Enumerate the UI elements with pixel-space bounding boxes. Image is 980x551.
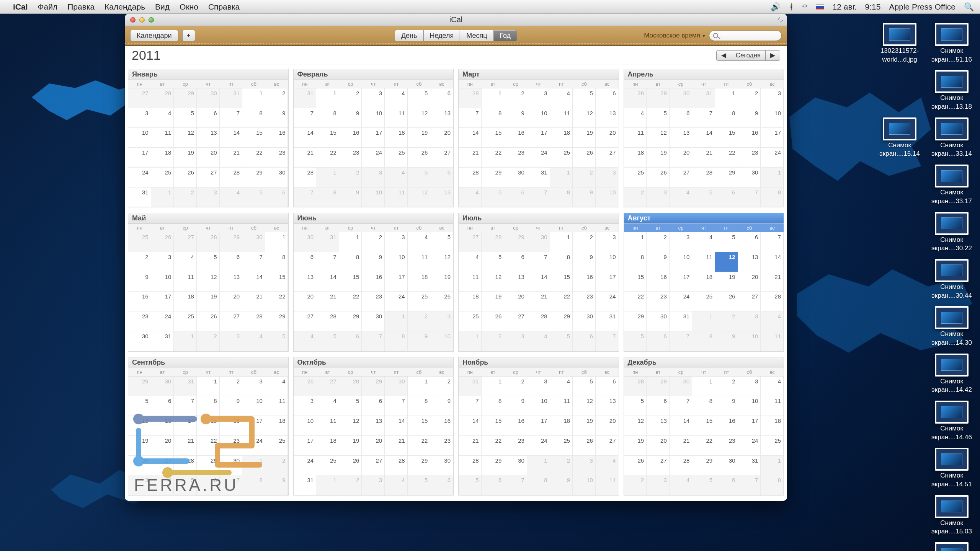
day-cell[interactable]: 25	[174, 311, 197, 331]
day-cell[interactable]: 1	[692, 377, 715, 396]
day-cell[interactable]: 20	[197, 148, 220, 168]
view-month[interactable]: Месяц	[460, 30, 493, 41]
day-cell[interactable]: 31	[294, 88, 317, 108]
day-cell[interactable]: 25	[128, 232, 151, 252]
day-cell[interactable]: 7	[220, 475, 243, 495]
day-cell[interactable]: 6	[738, 232, 761, 252]
day-cell[interactable]: 2	[339, 475, 362, 495]
day-cell[interactable]: 4	[174, 252, 197, 272]
day-cell[interactable]: 24	[294, 456, 317, 476]
day-cell[interactable]: 20	[596, 416, 619, 436]
day-cell[interactable]: 18	[316, 436, 339, 456]
day-cell[interactable]: 3	[670, 232, 693, 252]
day-cell[interactable]: 24	[596, 292, 619, 311]
day-cell[interactable]: 29	[174, 88, 197, 108]
year-grid[interactable]: Январьпнвтсрчтптсбвс27282930311234567891…	[125, 65, 787, 501]
day-cell[interactable]: 2	[362, 232, 385, 252]
day-cell[interactable]: 13	[670, 128, 693, 148]
day-cell[interactable]: 16	[220, 416, 243, 436]
calendars-button[interactable]: Календари	[130, 30, 178, 41]
day-cell[interactable]: 26	[647, 168, 670, 187]
day-cell[interactable]: 21	[527, 292, 550, 311]
day-cell[interactable]: 5	[573, 88, 596, 108]
day-cell[interactable]: 1	[174, 331, 197, 351]
day-cell[interactable]: 5	[408, 168, 431, 187]
month-Август[interactable]: Августпнвтсрчтптсбвс12345678910111213141…	[624, 213, 784, 351]
day-cell[interactable]: 24	[128, 168, 151, 187]
day-cell[interactable]: 16	[265, 128, 288, 148]
day-cell[interactable]: 28	[761, 292, 784, 311]
day-cell[interactable]: 4	[596, 456, 619, 476]
day-cell[interactable]: 1	[151, 187, 174, 207]
day-cell[interactable]: 19	[197, 292, 220, 311]
day-cell[interactable]: 15	[624, 272, 647, 292]
day-cell[interactable]: 9	[362, 252, 385, 272]
menubar-time[interactable]: 9:15	[865, 2, 881, 11]
day-cell[interactable]: 29	[550, 311, 573, 331]
day-cell[interactable]: 4	[527, 331, 550, 351]
day-cell[interactable]: 6	[197, 475, 220, 495]
day-cell[interactable]: 30	[362, 311, 385, 331]
day-cell[interactable]: 6	[339, 331, 362, 351]
day-cell[interactable]: 12	[624, 416, 647, 436]
day-cell[interactable]: 23	[128, 311, 151, 331]
day-cell[interactable]: 3	[294, 396, 317, 416]
month-Май[interactable]: Майпнвтсрчтптсбвс25262728293012345678910…	[128, 213, 289, 351]
day-cell[interactable]: 6	[573, 331, 596, 351]
day-cell[interactable]: 21	[692, 148, 715, 168]
day-cell[interactable]: 13	[197, 128, 220, 148]
day-cell[interactable]: 28	[624, 377, 647, 396]
day-cell[interactable]: 18	[459, 292, 482, 311]
day-cell[interactable]: 17	[527, 416, 550, 436]
day-cell[interactable]: 6	[294, 252, 317, 272]
day-cell[interactable]: 20	[647, 436, 670, 456]
day-cell[interactable]: 29	[647, 377, 670, 396]
day-cell[interactable]: 16	[647, 272, 670, 292]
day-cell[interactable]: 9	[339, 108, 362, 128]
day-cell[interactable]: 24	[527, 148, 550, 168]
day-cell[interactable]: 22	[197, 436, 220, 456]
day-cell[interactable]: 12	[573, 108, 596, 128]
day-cell[interactable]: 18	[550, 128, 573, 148]
day-cell[interactable]: 6	[362, 396, 385, 416]
day-cell[interactable]: 7	[242, 252, 265, 272]
day-cell[interactable]: 16	[339, 128, 362, 148]
day-cell[interactable]: 17	[596, 272, 619, 292]
day-cell[interactable]: 23	[265, 148, 288, 168]
day-cell[interactable]: 9	[573, 252, 596, 272]
day-cell[interactable]: 12	[482, 272, 505, 292]
month-Ноябрь[interactable]: Ноябрьпнвтсрчтптсбвс31123456789101112131…	[458, 357, 619, 496]
day-cell[interactable]: 1	[339, 232, 362, 252]
day-cell[interactable]: 21	[459, 148, 482, 168]
day-cell[interactable]: 29	[504, 232, 527, 252]
day-cell[interactable]: 7	[385, 396, 408, 416]
day-cell[interactable]: 1	[242, 456, 265, 476]
day-cell[interactable]: 27	[197, 168, 220, 187]
day-cell[interactable]: 9	[220, 396, 243, 416]
menubar-app[interactable]: iCal	[13, 2, 28, 11]
day-cell[interactable]: 13	[430, 108, 453, 128]
day-cell[interactable]: 18	[385, 128, 408, 148]
day-cell[interactable]: 14	[527, 272, 550, 292]
view-day[interactable]: День	[395, 30, 423, 41]
day-cell[interactable]: 15	[482, 416, 505, 436]
day-cell[interactable]: 23	[738, 148, 761, 168]
day-cell[interactable]: 21	[385, 436, 408, 456]
day-cell[interactable]: 31	[220, 88, 243, 108]
day-cell[interactable]: 30	[504, 168, 527, 187]
day-cell[interactable]: 17	[385, 272, 408, 292]
day-cell[interactable]: 4	[550, 88, 573, 108]
day-cell[interactable]: 9	[408, 331, 431, 351]
day-cell[interactable]: 13	[362, 416, 385, 436]
day-cell[interactable]: 29	[242, 168, 265, 187]
day-cell[interactable]: 29	[482, 168, 505, 187]
day-cell[interactable]: 29	[482, 456, 505, 476]
day-cell[interactable]: 25	[692, 292, 715, 311]
day-cell[interactable]: 6	[504, 187, 527, 207]
day-cell[interactable]: 1	[316, 88, 339, 108]
day-cell[interactable]: 11	[692, 252, 715, 272]
day-cell[interactable]: 28	[151, 88, 174, 108]
day-cell[interactable]: 25	[761, 436, 784, 456]
day-cell[interactable]: 5	[408, 88, 431, 108]
day-cell[interactable]: 7	[504, 475, 527, 495]
